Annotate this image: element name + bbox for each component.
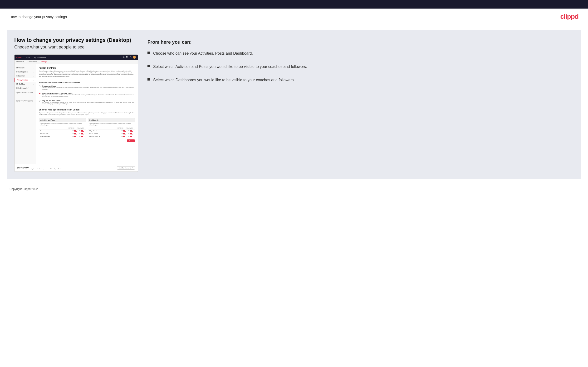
bullet-item-1: Choose who can see your Activities, Post… bbox=[147, 50, 574, 56]
mock-sidebar-help: Help & Support ↗ bbox=[15, 86, 36, 90]
mock-activities-subheader: COACHESFOLLOWERS bbox=[39, 127, 86, 129]
left-column: How to change your privacy settings (Des… bbox=[14, 37, 138, 172]
mock-who-title: Who Can See Your Activities and Dashboar… bbox=[39, 80, 135, 84]
mock-activities-header: Activities and Posts bbox=[39, 118, 86, 122]
header-title: How to change your privacy settings bbox=[9, 15, 67, 19]
bullet-item-3: Select which Dashboards you would like t… bbox=[147, 77, 574, 83]
mock-radio-followers-dot bbox=[39, 93, 40, 94]
mock-radio-followers-label: Only Approved Followers and Your Coach bbox=[42, 92, 135, 94]
mock-help-title: Help & Support bbox=[17, 167, 63, 168]
bullet-item-2: Select which Activities and Posts you wo… bbox=[147, 64, 574, 70]
mock-community-button[interactable]: Visit Our Community ↗ bbox=[117, 166, 135, 170]
bullet-text-2: Select which Activities and Posts you wo… bbox=[153, 64, 307, 70]
mock-subnav-profile: My Profile bbox=[17, 61, 24, 63]
mock-sidebar: My Account› Data Integrations› Subscript… bbox=[15, 64, 36, 164]
mock-radio-followers-desc: Only approved followers and coaches you … bbox=[42, 94, 135, 98]
bullet-square-1 bbox=[147, 51, 150, 54]
bullet-list: Choose who can see your Activities, Post… bbox=[147, 50, 574, 83]
svg-rect-4 bbox=[126, 58, 127, 58]
svg-rect-2 bbox=[126, 56, 127, 57]
mock-help-content: Help & Support Visit our Clippd communit… bbox=[17, 167, 63, 170]
mock-help-section: Help & Support Visit our Clippd communit… bbox=[15, 164, 138, 172]
mock-radio-only-you-label: Only You and Your Coach bbox=[42, 100, 135, 101]
footer: Copyright Clippd 2022 bbox=[0, 184, 588, 195]
mock-row-what-to-work: What To Work On ON ON bbox=[88, 135, 135, 138]
top-bar bbox=[0, 0, 588, 8]
mock-nav-performance: My Performance bbox=[34, 57, 46, 58]
right-column: From here you can: Choose who can see yo… bbox=[147, 37, 574, 172]
mock-sidebar-data-integrations: Data Integrations› bbox=[15, 70, 36, 74]
page-subheading: Choose what you want people to see bbox=[14, 45, 138, 50]
mock-nav-right bbox=[123, 56, 136, 59]
mock-dashboards-desc: Select the types of activity that you'd … bbox=[88, 122, 135, 127]
settings-icon bbox=[130, 56, 131, 58]
mock-row-manual: Manual Activities ON ON bbox=[39, 135, 86, 138]
mock-privacy-desc: Control how you and your data appears to… bbox=[39, 70, 135, 78]
mock-subnav: My Profile Connections Settings bbox=[15, 60, 138, 64]
mock-radio-everyone-desc: Everyone on Clippd can search for you an… bbox=[42, 87, 135, 91]
svg-rect-5 bbox=[128, 58, 128, 58]
mock-sidebar-privacy-policy: Service & Privacy Policy ↗ bbox=[15, 90, 36, 96]
mock-showhide-desc: Regardless of the privacy controls that … bbox=[39, 112, 135, 116]
page-heading: How to change your privacy settings (Des… bbox=[14, 37, 138, 43]
mock-sidebar-version: Clippd Client Version: 2022.8.2SQL Serve… bbox=[15, 99, 36, 104]
mock-radio-only-you-desc: Only you and the coaches you connect wit… bbox=[42, 101, 135, 105]
mock-nav-home: Home bbox=[26, 57, 30, 58]
mock-logo: clippd bbox=[17, 56, 22, 58]
mock-radio-everyone-dot bbox=[39, 85, 40, 87]
mock-radio-everyone-label: Everyone on Clippd bbox=[42, 85, 135, 87]
mock-row-practice: Practice Drills ON ON bbox=[39, 132, 86, 135]
mock-activities-desc: Select the types of activity that you'd … bbox=[39, 122, 86, 127]
screenshot-mockup: clippd Home My Performance My Profile Co… bbox=[14, 54, 138, 172]
grid-icon bbox=[126, 56, 128, 58]
svg-line-1 bbox=[124, 58, 125, 58]
mock-main-panel: Privacy Controls Control how you and you… bbox=[36, 64, 138, 164]
bullet-text-1: Choose who can see your Activities, Post… bbox=[153, 50, 253, 56]
mock-help-text: Visit our Clippd community to troublesho… bbox=[17, 168, 63, 170]
mock-activities-table: Activities and Posts Select the types of… bbox=[39, 118, 86, 138]
mock-body: My Account› Data Integrations› Subscript… bbox=[15, 64, 138, 164]
logo: clippd bbox=[560, 13, 579, 20]
mock-dashboards-subheader: COACHESFOLLOWERS bbox=[88, 127, 135, 129]
mock-subnav-settings: Settings bbox=[41, 61, 47, 63]
search-icon bbox=[123, 56, 125, 58]
mock-showhide-title: Show or hide specific features in Clippd bbox=[39, 108, 135, 111]
svg-point-6 bbox=[130, 57, 131, 58]
mock-subnav-connections: Connections bbox=[28, 61, 37, 63]
mock-save-row: Save bbox=[39, 138, 135, 143]
mock-radio-followers-content: Only Approved Followers and Your Coach O… bbox=[42, 92, 135, 98]
mock-radio-only-you-content: Only You and Your Coach Only you and the… bbox=[42, 100, 135, 105]
user-avatar bbox=[133, 56, 136, 59]
mock-radio-only-you: Only You and Your Coach Only you and the… bbox=[39, 100, 135, 105]
mock-row-round-insights: Round Insights ON ON bbox=[88, 132, 135, 135]
mock-save-button[interactable]: Save bbox=[127, 139, 135, 142]
mock-row-player-dashboard: Player Dashboard ON ON bbox=[88, 129, 135, 132]
svg-point-0 bbox=[123, 57, 124, 58]
mock-sidebar-subscription: Subscription› bbox=[15, 74, 36, 78]
footer-text: Copyright Clippd 2022 bbox=[9, 187, 38, 191]
mock-sidebar-privacy: Privacy Controls› bbox=[15, 78, 36, 82]
mock-privacy-title: Privacy Controls bbox=[39, 67, 135, 69]
main-content: How to change your privacy settings (Des… bbox=[7, 30, 581, 179]
mock-topbar: clippd Home My Performance bbox=[15, 55, 138, 60]
mock-row-rounds: Rounds ON ON bbox=[39, 129, 86, 132]
mock-dashboards-header: Dashboards bbox=[88, 118, 135, 122]
bullet-text-3: Select which Dashboards you would like t… bbox=[153, 77, 295, 83]
bullet-square-3 bbox=[147, 78, 150, 81]
mock-dashboards-table: Dashboards Select the types of activity … bbox=[88, 118, 135, 138]
bullet-square-2 bbox=[147, 65, 150, 67]
header: How to change your privacy settings clip… bbox=[0, 8, 588, 25]
header-divider bbox=[9, 25, 579, 25]
mock-sidebar-account: My Account› bbox=[15, 66, 36, 70]
mock-toggle-tables: Activities and Posts Select the types of… bbox=[39, 118, 135, 138]
from-here-title: From here you can: bbox=[147, 39, 574, 45]
svg-rect-3 bbox=[128, 56, 128, 57]
mock-radio-followers: Only Approved Followers and Your Coach O… bbox=[39, 92, 135, 98]
mock-radio-everyone: Everyone on Clippd Everyone on Clippd ca… bbox=[39, 85, 135, 91]
mock-radio-everyone-content: Everyone on Clippd Everyone on Clippd ca… bbox=[42, 85, 135, 91]
mock-sidebar-golf-bag: My Golf Bag› bbox=[15, 82, 36, 86]
mock-radio-only-you-dot bbox=[39, 100, 40, 102]
